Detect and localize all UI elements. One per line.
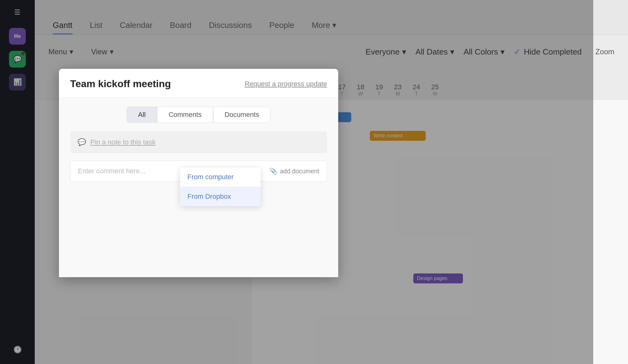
tab-all[interactable]: All xyxy=(127,107,157,123)
modal-title: Team kickoff meeting xyxy=(70,78,171,90)
comment-icon: 💬 xyxy=(78,138,86,146)
zoom-button[interactable]: Zoom xyxy=(591,45,619,59)
from-dropbox-option[interactable]: From Dropbox xyxy=(180,187,261,206)
request-progress-link[interactable]: Request a progress update xyxy=(245,80,327,88)
add-document-button[interactable]: 📎 add document xyxy=(270,167,319,175)
paperclip-icon: 📎 xyxy=(270,167,277,175)
tab-documents[interactable]: Documents xyxy=(213,107,271,123)
pin-note-placeholder[interactable]: Pin a note to this task xyxy=(90,138,155,146)
from-computer-option[interactable]: From computer xyxy=(180,167,261,187)
tab-comments[interactable]: Comments xyxy=(157,107,213,123)
modal-tabs: All Comments Documents xyxy=(70,107,327,123)
modal-header: Team kickoff meeting Request a progress … xyxy=(59,69,338,97)
pin-note-area[interactable]: 💬 Pin a note to this task xyxy=(70,131,327,153)
comment-input[interactable]: Enter comment here... xyxy=(78,167,146,175)
document-dropdown: From computer From Dropbox xyxy=(180,167,261,206)
